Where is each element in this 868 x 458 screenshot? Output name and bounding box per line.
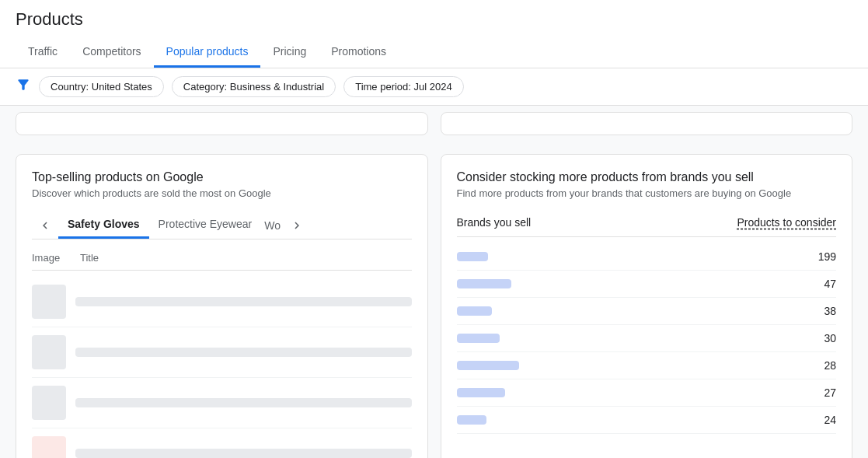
table-header: Image Title [32, 249, 412, 271]
filter-category[interactable]: Category: Business & Industrial [172, 76, 336, 97]
brand-row: 199 [457, 243, 837, 271]
scroll-hint-left [16, 112, 428, 135]
brand-row: 27 [457, 379, 837, 407]
brand-row: 24 [457, 407, 837, 434]
brand-count-4: 30 [824, 332, 836, 344]
col-image-label: Image [32, 252, 71, 264]
cat-tab-overflow: Wo [261, 213, 284, 238]
brand-name-4 [457, 334, 500, 343]
product-image-4 [32, 436, 66, 458]
brand-name-5 [457, 361, 519, 370]
content-area: Top-selling products on Google Discover … [0, 142, 868, 458]
col-title-label: Title [80, 252, 412, 264]
product-image-3 [32, 386, 66, 420]
brand-row: 30 [457, 325, 837, 352]
tab-competitors[interactable]: Competitors [70, 37, 153, 68]
top-selling-card: Top-selling products on Google Discover … [16, 154, 428, 458]
product-title-2 [75, 348, 412, 357]
brands-table-header: Brands you sell Products to consider [457, 212, 837, 237]
header: Products Traffic Competitors Popular pro… [0, 0, 868, 68]
next-arrow[interactable] [284, 215, 310, 236]
filter-time[interactable]: Time period: Jul 2024 [343, 76, 464, 97]
filter-country[interactable]: Country: United States [39, 76, 164, 97]
brand-row: 38 [457, 298, 837, 325]
brand-name-2 [457, 279, 511, 288]
category-tabs: Safety Gloves Protective Eyewear Wo [32, 212, 412, 239]
brand-count-7: 24 [824, 414, 836, 426]
product-image-2 [32, 335, 66, 369]
brand-name-3 [457, 306, 492, 316]
product-row [32, 277, 412, 327]
page-title: Products [16, 9, 852, 37]
brands-col-label: Brands you sell [457, 216, 532, 229]
brand-name-7 [457, 415, 486, 425]
brand-count-5: 28 [824, 359, 836, 372]
top-selling-subtitle: Discover which products are sold the mos… [32, 187, 412, 199]
tab-popular-products[interactable]: Popular products [154, 37, 261, 68]
brand-name-6 [457, 388, 505, 397]
brand-count-1: 199 [818, 250, 836, 263]
top-selling-title: Top-selling products on Google [32, 170, 412, 184]
brand-name-1 [457, 252, 488, 261]
brand-count-6: 27 [824, 386, 836, 399]
product-row [32, 327, 412, 378]
scroll-hint-right [441, 112, 853, 135]
product-title-3 [75, 398, 412, 407]
tab-promotions[interactable]: Promotions [319, 37, 399, 68]
main-tabs: Traffic Competitors Popular products Pri… [16, 37, 852, 68]
brand-row: 47 [457, 271, 837, 298]
filter-icon [16, 77, 31, 96]
tab-pricing[interactable]: Pricing [260, 37, 319, 68]
brand-row: 28 [457, 352, 837, 379]
tab-traffic[interactable]: Traffic [16, 37, 70, 68]
product-row [32, 428, 412, 458]
filters-bar: Country: United States Category: Busines… [0, 68, 868, 106]
scroll-hints [0, 106, 868, 142]
product-row [32, 378, 412, 428]
prev-arrow[interactable] [32, 215, 58, 236]
brand-count-3: 38 [824, 305, 836, 317]
product-image-1 [32, 285, 66, 319]
consider-stocking-subtitle: Find more products from your brands that… [457, 187, 837, 199]
brand-count-2: 47 [824, 278, 836, 290]
product-title-4 [75, 449, 412, 458]
cat-tab-protective-eyewear[interactable]: Protective Eyewear [149, 212, 262, 239]
product-title-1 [75, 297, 412, 306]
products-col-label: Products to consider [737, 216, 836, 229]
consider-stocking-card: Consider stocking more products from bra… [441, 154, 853, 458]
consider-stocking-title: Consider stocking more products from bra… [457, 170, 837, 184]
cat-tab-safety-gloves[interactable]: Safety Gloves [58, 212, 149, 239]
